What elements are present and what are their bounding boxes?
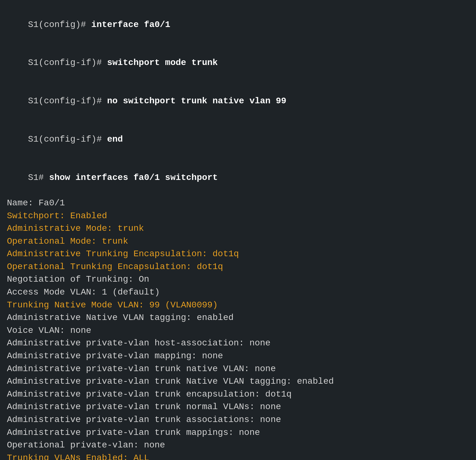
output-line-20: Administrative private-vlan trunk Native…	[7, 375, 469, 388]
output-line-19: Administrative private-vlan trunk native…	[7, 363, 469, 376]
output-line-6: Name: Fa0/1	[7, 197, 469, 210]
command-5: show interfaces fa0/1 switchport	[49, 173, 218, 182]
prompt-1: S1(config)#	[28, 20, 91, 30]
prompt-4: S1(config-if)#	[28, 134, 107, 144]
output-line-8: Administrative Mode: trunk	[7, 222, 469, 235]
output-line-18: Administrative private-vlan mapping: non…	[7, 350, 469, 363]
output-line-21: Administrative private-vlan trunk encaps…	[7, 388, 469, 401]
command-3: no switchport trunk native vlan 99	[107, 96, 286, 106]
cmd-line-2: S1(config-if)# switchport mode trunk	[7, 44, 469, 82]
output-line-11: Operational Trunking Encapsulation: dot1…	[7, 261, 469, 273]
output-line-23: Administrative private-vlan trunk associ…	[7, 414, 469, 426]
output-line-22: Administrative private-vlan trunk normal…	[7, 401, 469, 414]
output-line-26: Trunking VLANs Enabled: ALL	[7, 452, 469, 460]
output-line-14: Trunking Native Mode VLAN: 99 (VLAN0099)	[7, 299, 469, 312]
output-line-7: Switchport: Enabled	[7, 210, 469, 223]
output-line-25: Operational private-vlan: none	[7, 439, 469, 452]
terminal-window: S1(config)# interface fa0/1 S1(config-if…	[7, 6, 469, 460]
output-line-13: Access Mode VLAN: 1 (default)	[7, 286, 469, 299]
cmd-line-4: S1(config-if)# end	[7, 120, 469, 159]
cmd-line-3: S1(config-if)# no switchport trunk nativ…	[7, 82, 469, 121]
prompt-3: S1(config-if)#	[28, 96, 107, 106]
prompt-2: S1(config-if)#	[28, 58, 107, 68]
output-line-12: Negotiation of Trunking: On	[7, 273, 469, 286]
cmd-line-1: S1(config)# interface fa0/1	[7, 6, 469, 44]
output-line-9: Operational Mode: trunk	[7, 235, 469, 248]
prompt-5: S1#	[28, 173, 49, 182]
command-2: switchport mode trunk	[107, 58, 218, 68]
output-line-15: Administrative Native VLAN tagging: enab…	[7, 311, 469, 324]
output-line-17: Administrative private-vlan host-associa…	[7, 337, 469, 350]
command-1: interface fa0/1	[91, 20, 170, 30]
command-4: end	[107, 134, 123, 144]
cmd-line-5: S1# show interfaces fa0/1 switchport	[7, 159, 469, 197]
output-line-10: Administrative Trunking Encapsulation: d…	[7, 248, 469, 261]
output-line-16: Voice VLAN: none	[7, 324, 469, 337]
output-line-24: Administrative private-vlan trunk mappin…	[7, 426, 469, 439]
